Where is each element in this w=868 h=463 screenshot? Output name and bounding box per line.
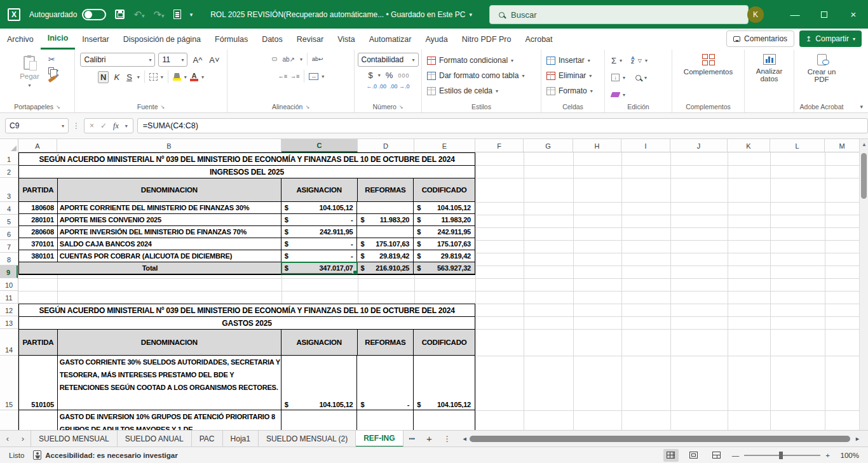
table-row[interactable]: 280101 APORTE MIES CONVENIO 2025 $- $11.…: [19, 214, 475, 226]
align-top-icon[interactable]: [258, 58, 262, 60]
increase-decimal-icon[interactable]: ←.0 .00: [366, 83, 386, 90]
font-name-select[interactable]: Calibri▾: [80, 53, 155, 67]
align-right-icon[interactable]: [271, 75, 275, 77]
col-header-m[interactable]: M: [825, 139, 859, 152]
col-header-k[interactable]: K: [728, 139, 770, 152]
accessibility-status[interactable]: Accesibilidad: es necesario investigar: [33, 450, 177, 460]
decrease-indent-icon[interactable]: ←≡: [278, 73, 287, 79]
tab-ayuda[interactable]: Ayuda: [418, 29, 454, 50]
row-header-8[interactable]: 8: [0, 253, 18, 265]
tab-acrobat[interactable]: Acrobat: [518, 29, 559, 50]
cell-styles-button[interactable]: Estilos de celda▾: [427, 83, 498, 98]
row-header-3[interactable]: 3: [0, 178, 18, 202]
sheet-tab-ref-ing[interactable]: REF-ING: [356, 431, 403, 447]
sheet-tab-pac[interactable]: PAC: [192, 431, 223, 447]
collapse-ribbon-icon[interactable]: ▾: [860, 104, 863, 110]
delete-cells-button[interactable]: Eliminar▾: [546, 68, 592, 83]
percent-format-icon[interactable]: %: [384, 70, 395, 81]
increase-font-icon[interactable]: A^: [191, 55, 204, 65]
col-header-h[interactable]: H: [573, 139, 621, 152]
table-row[interactable]: 370101 SALDO CAJA BANCOS 2024 $- $175.10…: [19, 238, 475, 250]
create-pdf-button[interactable]: Crear un PDF: [801, 53, 843, 84]
horizontal-scrollbar[interactable]: ◄ ►: [461, 435, 862, 443]
tab-nitro-pdf[interactable]: Nitro PDF Pro: [455, 29, 519, 50]
normal-view-button[interactable]: [663, 449, 679, 462]
name-box[interactable]: C9▾: [5, 118, 69, 133]
format-cells-button[interactable]: Formato▾: [546, 83, 593, 98]
align-left-icon[interactable]: [257, 75, 261, 77]
italic-button[interactable]: K: [112, 72, 121, 83]
close-button[interactable]: ×: [839, 0, 868, 29]
col-header-b[interactable]: B: [57, 139, 281, 152]
decrease-decimal-icon[interactable]: .00 →.0: [390, 83, 410, 90]
tab-archivo[interactable]: Archivo: [0, 29, 41, 50]
row-header-9[interactable]: 9: [0, 265, 18, 278]
wrap-text-icon[interactable]: ab↩: [312, 56, 323, 62]
addins-button[interactable]: Complementos: [680, 53, 736, 77]
format-painter-button[interactable]: [48, 77, 58, 81]
minimize-button[interactable]: —: [780, 0, 810, 29]
alignment-dialog-launcher[interactable]: ↘: [305, 104, 309, 110]
search-input[interactable]: Buscar: [489, 5, 749, 24]
align-bottom-icon[interactable]: [272, 57, 277, 61]
sheet-tab-sueldo-mensual[interactable]: SUELDO MENSUAL: [31, 431, 118, 447]
col-header-j[interactable]: J: [670, 139, 728, 152]
row-header-1[interactable]: 1: [0, 152, 18, 165]
more-sheets-icon[interactable]: •••: [403, 436, 421, 442]
select-all-corner[interactable]: [0, 139, 18, 152]
format-as-table-button[interactable]: Dar formato como tabla▾: [427, 68, 524, 83]
tab-formulas[interactable]: Fórmulas: [208, 29, 255, 50]
col-header-g[interactable]: G: [524, 139, 573, 152]
table-row[interactable]: 280608 APORTE INVERSIÓN DEL MINISTERIO D…: [19, 226, 475, 238]
table-row[interactable]: 180608 APORTE CORRIENTE DEL MINISTERIO D…: [19, 202, 475, 214]
clipboard-dialog-launcher[interactable]: ↘: [56, 104, 60, 110]
sheet-options-icon[interactable]: ⋮: [438, 434, 457, 443]
row-header-12[interactable]: 12: [0, 304, 18, 316]
share-button[interactable]: ↥ Compartir ▾: [799, 30, 862, 47]
find-select-button[interactable]: ▾: [635, 70, 647, 85]
row-header-14[interactable]: 14: [0, 329, 18, 356]
align-center-icon[interactable]: [264, 75, 268, 77]
row-header-5[interactable]: 5: [0, 215, 18, 227]
page-break-view-button[interactable]: [709, 449, 724, 462]
tab-automatizar[interactable]: Automatizar: [362, 29, 419, 50]
autosave-toggle[interactable]: Autoguardado: [29, 9, 106, 20]
analyze-data-button[interactable]: Analizar datos: [747, 53, 792, 84]
row-header-15[interactable]: 15: [0, 356, 18, 410]
table-row[interactable]: 510105 GASTO CORRIENTE 30% SUELDOS AUTOR…: [19, 356, 475, 410]
tab-datos[interactable]: Datos: [255, 29, 290, 50]
avatar[interactable]: K: [747, 6, 764, 23]
print-preview-icon[interactable]: [173, 10, 181, 19]
save-icon[interactable]: [115, 10, 125, 19]
toggle-icon[interactable]: [82, 9, 106, 20]
font-size-select[interactable]: 11▾: [158, 53, 187, 67]
scroll-up-icon[interactable]: ▲: [862, 142, 867, 147]
row-header-10[interactable]: 10: [0, 278, 18, 291]
tab-insertar[interactable]: Insertar: [75, 29, 116, 50]
autosum-button[interactable]: Σ▾: [611, 53, 622, 68]
col-header-e[interactable]: E: [414, 139, 475, 152]
excel-logo-icon[interactable]: X: [8, 8, 20, 21]
col-header-i[interactable]: I: [621, 139, 670, 152]
table-row[interactable]: 380101 CUENTAS POR COBRAR (ALICUOTA DE D…: [19, 250, 475, 262]
row-header-13[interactable]: 13: [0, 316, 18, 329]
page-layout-view-button[interactable]: [686, 449, 702, 462]
scroll-left-icon[interactable]: ◄: [462, 436, 468, 442]
tab-vista[interactable]: Vista: [330, 29, 362, 50]
tab-disposicion[interactable]: Disposición de página: [116, 29, 208, 50]
vertical-scrollbar[interactable]: ▲: [859, 139, 868, 430]
underline-button[interactable]: S: [125, 72, 134, 83]
sort-filter-button[interactable]: AZ▽▾: [631, 53, 648, 68]
number-format-select[interactable]: Contabilidad▾: [358, 53, 419, 67]
selected-cell-c9[interactable]: $347.017,07: [281, 262, 358, 274]
cancel-formula-icon[interactable]: ×: [90, 121, 94, 130]
sheet-nav-left-icon[interactable]: ‹: [0, 434, 15, 443]
undo-icon[interactable]: ↶▾: [133, 9, 144, 20]
increase-indent-icon[interactable]: →≡: [290, 73, 299, 79]
col-header-d[interactable]: D: [358, 139, 414, 152]
redo-icon[interactable]: ↷▾: [154, 9, 165, 20]
sheet-tab-sueldo-anual[interactable]: SUELDO ANUAL: [118, 431, 192, 447]
insert-function-icon[interactable]: fx: [113, 121, 119, 131]
col-header-a[interactable]: A: [18, 139, 57, 152]
zoom-out-icon[interactable]: —: [732, 452, 740, 459]
